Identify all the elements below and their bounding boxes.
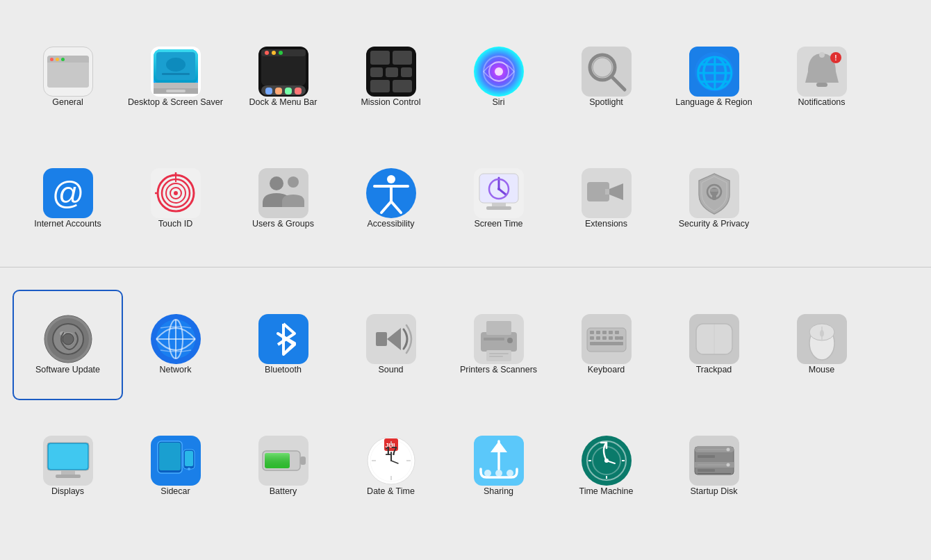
svg-rect-67 <box>605 189 609 195</box>
svg-rect-99 <box>602 331 607 334</box>
pref-item-desktop-screensaver[interactable]: Desktop & Screen Saver <box>122 24 229 131</box>
internet-accounts-label: Internet Accounts <box>34 218 101 229</box>
pref-item-siri[interactable]: Siri <box>445 24 552 131</box>
keyboard-icon <box>582 314 632 364</box>
extensions-icon <box>582 168 632 218</box>
siri-label: Siri <box>492 97 504 108</box>
svg-rect-121 <box>49 444 88 469</box>
touch-id-label: Touch ID <box>158 218 192 229</box>
svg-point-14 <box>272 51 276 55</box>
svg-point-118 <box>820 330 824 337</box>
grid-row2: @ Internet Accounts Touch ID Users & Gro… <box>14 138 917 260</box>
svg-point-15 <box>279 51 283 55</box>
displays-label: Displays <box>51 486 84 497</box>
pref-item-screen-time[interactable]: Screen Time <box>445 145 552 253</box>
pref-item-battery[interactable]: Battery <box>229 413 337 520</box>
pref-item-dock-menubar[interactable]: Dock & Menu Bar <box>229 24 337 131</box>
grid-row1: General Desktop & Screen Saver <box>14 17 917 138</box>
svg-point-63 <box>497 188 500 190</box>
section-hardware: Software Update Network Bluetooth <box>0 267 931 534</box>
svg-rect-128 <box>185 451 193 466</box>
sidecar-icon <box>151 436 201 486</box>
displays-icon <box>43 436 93 486</box>
svg-rect-107 <box>619 336 623 340</box>
svg-rect-97 <box>590 331 594 334</box>
pref-item-displays[interactable]: Displays <box>14 413 122 520</box>
pref-item-notifications[interactable]: ! Notifications <box>768 24 875 131</box>
siri-icon <box>474 47 524 97</box>
svg-rect-92 <box>489 356 503 357</box>
general-icon <box>43 47 93 97</box>
pref-item-security-privacy[interactable]: Security & Privacy <box>660 145 768 253</box>
pref-item-extensions[interactable]: Extensions <box>552 145 660 253</box>
svg-rect-134 <box>265 453 290 468</box>
startup-disk-label: Startup Disk <box>690 486 737 497</box>
pref-item-date-time[interactable]: JUL 17 Date & Time <box>337 413 445 520</box>
pref-item-internet-accounts[interactable]: @ Internet Accounts <box>14 145 122 253</box>
pref-item-general[interactable]: General <box>14 24 122 131</box>
svg-point-150 <box>506 470 513 477</box>
dock-menubar-label: Dock & Menu Bar <box>249 97 318 108</box>
screen-time-label: Screen Time <box>474 218 522 229</box>
sharing-icon <box>474 436 524 486</box>
pref-item-users-groups[interactable]: Users & Groups <box>229 145 337 253</box>
svg-rect-108 <box>593 342 620 345</box>
users-groups-label: Users & Groups <box>252 218 314 229</box>
svg-point-148 <box>484 470 491 477</box>
svg-rect-53 <box>258 168 308 218</box>
svg-rect-168 <box>698 455 715 458</box>
svg-point-155 <box>604 459 609 463</box>
touch-id-icon <box>151 168 201 218</box>
svg-point-52 <box>174 191 178 195</box>
pref-item-sound[interactable]: Sound <box>337 291 445 399</box>
pref-item-touch-id[interactable]: Touch ID <box>122 145 229 253</box>
pref-item-mouse[interactable]: Mouse <box>768 291 875 399</box>
pref-item-trackpad[interactable]: Trackpad <box>660 291 768 399</box>
svg-rect-89 <box>486 321 511 335</box>
desktop-screensaver-icon <box>151 47 201 97</box>
svg-rect-20 <box>295 88 302 94</box>
pref-item-time-machine[interactable]: Time Machine <box>552 413 660 520</box>
battery-icon <box>258 436 308 486</box>
pref-item-mission-control[interactable]: Mission Control <box>337 24 445 131</box>
section-personal: General Desktop & Screen Saver <box>0 0 931 267</box>
pref-item-keyboard[interactable]: Keyboard <box>552 291 660 399</box>
sharing-label: Sharing <box>484 486 513 497</box>
pref-item-language-region[interactable]: 🌐 Language & Region <box>660 24 768 131</box>
grid-row4: Displays Sidecar Batter <box>14 406 917 527</box>
svg-point-13 <box>265 51 269 55</box>
svg-rect-22 <box>370 51 390 65</box>
mission-control-icon <box>366 47 416 97</box>
svg-point-32 <box>495 67 503 76</box>
accessibility-icon <box>366 168 416 218</box>
pref-item-accessibility[interactable]: Accessibility <box>337 145 445 253</box>
pref-item-network[interactable]: Network <box>122 291 229 399</box>
pref-item-sidecar[interactable]: Sidecar <box>122 413 229 520</box>
svg-rect-100 <box>609 331 613 334</box>
svg-rect-18 <box>275 88 282 94</box>
pref-item-bluetooth[interactable]: Bluetooth <box>229 291 337 399</box>
pref-item-printers-scanners[interactable]: Printers & Scanners <box>445 291 552 399</box>
battery-label: Battery <box>270 486 297 497</box>
svg-rect-25 <box>386 67 398 77</box>
date-time-icon: JUL 17 <box>366 436 416 486</box>
svg-point-57 <box>387 175 395 183</box>
startup-disk-icon <box>689 436 739 486</box>
pref-item-software-update[interactable]: Software Update <box>14 291 122 399</box>
pref-item-startup-disk[interactable]: Startup Disk <box>660 413 768 520</box>
grid-row3: Software Update Network Bluetooth <box>14 284 917 406</box>
svg-point-167 <box>726 463 730 467</box>
mission-control-label: Mission Control <box>361 97 420 108</box>
svg-point-166 <box>726 448 730 452</box>
dock-menubar-icon <box>258 47 308 97</box>
time-machine-icon <box>582 436 632 486</box>
svg-rect-27 <box>370 80 390 92</box>
svg-rect-17 <box>265 88 272 94</box>
pref-item-sharing[interactable]: Sharing <box>445 413 552 520</box>
svg-rect-102 <box>590 336 594 340</box>
svg-rect-85 <box>376 332 387 346</box>
pref-item-spotlight[interactable]: Spotlight <box>552 24 660 131</box>
users-groups-icon <box>258 168 308 218</box>
desktop-screensaver-label: Desktop & Screen Saver <box>128 97 223 108</box>
svg-rect-23 <box>393 51 412 65</box>
